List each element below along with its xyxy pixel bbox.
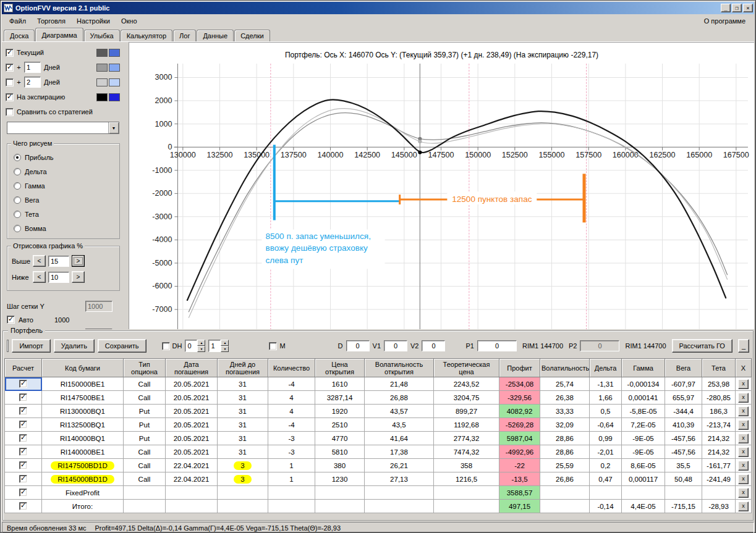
above-percent-input[interactable] — [48, 256, 69, 267]
row-remove-button[interactable]: x — [738, 447, 749, 457]
tab-calculator[interactable]: Калькулятор — [121, 30, 172, 41]
minimize-button[interactable]: _ — [721, 4, 731, 12]
maximize-button[interactable]: ❐ — [732, 4, 742, 12]
row-remove-button[interactable]: x — [738, 420, 749, 430]
profit-chart[interactable]: 3000200010000-1000-2000-3000-4000-5000-6… — [129, 64, 754, 329]
auto-grid-checkbox[interactable] — [7, 316, 15, 324]
tab-diagram[interactable]: Диаграмма — [35, 28, 83, 41]
row-remove-button[interactable]: x — [738, 474, 749, 484]
tab-data[interactable]: Данные — [197, 30, 234, 41]
cell-code: Итого: — [42, 500, 124, 513]
dh-checkbox-box[interactable] — [162, 342, 170, 350]
above-increase-button[interactable]: > — [72, 255, 85, 267]
current-line-swatch[interactable] — [96, 49, 108, 57]
plus1-checkbox[interactable] — [6, 64, 14, 72]
plus2-line-swatch[interactable] — [96, 78, 108, 86]
calc-go-button[interactable]: Рассчитать ГО — [672, 339, 733, 353]
tab-smile[interactable]: Улыбка — [84, 30, 120, 41]
row-checkbox[interactable] — [19, 421, 27, 429]
menu-file[interactable]: Файл — [4, 15, 31, 27]
row-remove-button[interactable]: x — [738, 379, 749, 389]
cell-theo-price: 899,27 — [434, 405, 499, 418]
current-checkbox[interactable] — [6, 49, 14, 57]
row-remove-button[interactable]: x — [738, 393, 749, 403]
row-checkbox[interactable] — [19, 393, 27, 401]
p2-label: P2 — [569, 342, 577, 350]
portfolio-group-label: Портфель — [8, 327, 45, 334]
radio-delta[interactable]: Дельта — [12, 164, 117, 178]
plus2-checkbox[interactable] — [6, 78, 14, 86]
delete-button[interactable]: Удалить — [54, 339, 95, 353]
dh-checkbox[interactable]: DH — [162, 342, 182, 350]
expiry-checkbox[interactable] — [6, 93, 14, 101]
radio-label: Тета — [25, 211, 39, 218]
plus1-fill-swatch[interactable] — [109, 64, 120, 72]
row-checkbox[interactable] — [19, 380, 27, 388]
radio-vomma[interactable]: Вомма — [12, 221, 117, 235]
expiry-fill-swatch[interactable] — [109, 93, 120, 101]
tab-deals[interactable]: Сделки — [234, 30, 270, 41]
p1-input[interactable] — [477, 340, 517, 351]
expiry-line-swatch[interactable] — [96, 93, 108, 101]
row-checkbox[interactable] — [19, 434, 27, 442]
cell-theta: -241,49 — [702, 472, 736, 486]
collapse-button[interactable]: _ — [738, 339, 749, 353]
spin-down-icon[interactable]: ▼ — [221, 346, 229, 352]
table-row: Итого:497,15-0,144,4E-05-715,15-28,93x — [5, 500, 752, 513]
d-input[interactable] — [346, 340, 370, 351]
row-checkbox[interactable] — [19, 461, 27, 469]
current-fill-swatch[interactable] — [109, 49, 120, 57]
menu-trading[interactable]: Торговля — [32, 15, 70, 27]
row-checkbox[interactable] — [19, 448, 27, 456]
spin-down-icon[interactable]: ▼ — [197, 346, 205, 352]
menu-window[interactable]: Окно — [116, 15, 142, 27]
menu-about[interactable]: О программе — [698, 15, 752, 27]
plus1-days-input[interactable] — [24, 62, 41, 73]
save-button[interactable]: Сохранить — [98, 339, 147, 353]
plus1-line-swatch[interactable] — [96, 64, 108, 72]
row-checkbox[interactable] — [19, 489, 27, 497]
row-checkbox[interactable] — [19, 502, 27, 510]
m-checkbox[interactable]: M — [269, 342, 285, 350]
tab-board[interactable]: Доска — [4, 30, 35, 41]
dh-spinner-2-input[interactable] — [208, 340, 221, 352]
cell-code: FixedProfit — [42, 486, 124, 500]
radio-profit[interactable]: Прибыль — [12, 150, 117, 164]
below-increase-button[interactable]: > — [72, 271, 85, 283]
m-checkbox-box[interactable] — [269, 342, 277, 350]
radio-theta[interactable]: Тета — [12, 207, 117, 221]
v2-input[interactable] — [422, 340, 445, 351]
below-percent-input[interactable] — [48, 272, 69, 283]
cell-type: Call — [124, 377, 166, 391]
cell-days-left: 3 — [218, 472, 268, 486]
radio-gamma[interactable]: Гамма — [12, 178, 117, 193]
radio-vega[interactable]: Вега — [12, 193, 117, 207]
compare-strategy-checkbox[interactable] — [6, 108, 14, 116]
row-checkbox[interactable] — [19, 407, 27, 415]
row-remove-button[interactable]: x — [738, 488, 749, 498]
row-remove-button[interactable]: x — [738, 434, 749, 443]
row-remove-button[interactable]: x — [738, 406, 749, 416]
import-button[interactable]: Импорт — [12, 339, 50, 353]
plus2-days-input[interactable] — [24, 77, 41, 88]
clipped-input — [85, 329, 113, 329]
cell-open-vol: 17,38 — [365, 445, 434, 459]
tab-log[interactable]: Лог — [173, 30, 196, 41]
close-button[interactable]: × — [743, 4, 753, 12]
below-decrease-button[interactable]: < — [33, 271, 46, 283]
strategy-combo[interactable]: ▼ — [7, 122, 119, 134]
cell-theo-price: 1192,68 — [434, 418, 499, 432]
chevron-down-icon[interactable]: ▼ — [108, 122, 119, 133]
spin-up-icon[interactable]: ▲ — [221, 340, 229, 346]
v2-label: V2 — [410, 342, 418, 350]
dh-spinner-1-input[interactable] — [185, 340, 197, 352]
plus2-fill-swatch[interactable] — [109, 78, 120, 86]
row-checkbox[interactable] — [19, 475, 27, 483]
row-remove-button[interactable]: x — [738, 461, 749, 471]
portfolio-preset-combo[interactable]: новая ▼ — [7, 340, 9, 352]
menu-settings[interactable]: Настройки — [72, 15, 115, 27]
row-remove-button[interactable]: x — [738, 502, 749, 511]
v1-input[interactable] — [384, 340, 407, 351]
spin-up-icon[interactable]: ▲ — [197, 340, 205, 346]
above-decrease-button[interactable]: < — [33, 255, 46, 267]
